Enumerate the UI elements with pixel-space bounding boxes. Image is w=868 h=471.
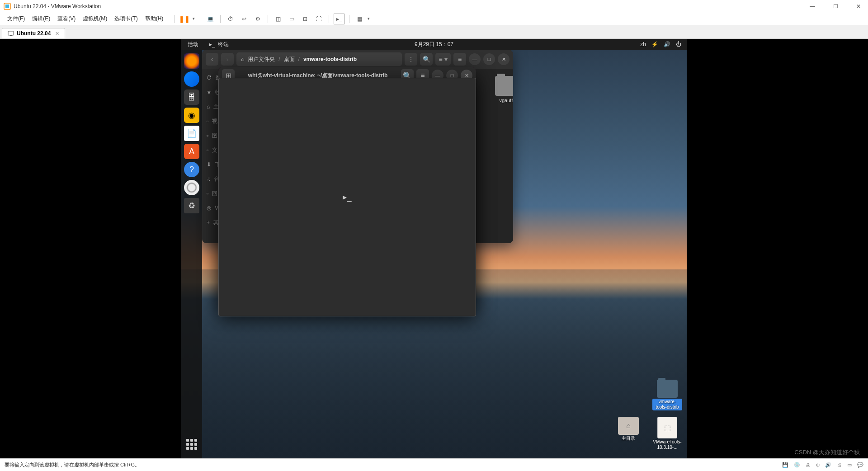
unity-button[interactable]: ⊡	[300, 14, 311, 24]
vm-tab[interactable]: Ubuntu 22.04 ✕	[2, 28, 65, 38]
menu-edit[interactable]: 编辑(E)	[28, 13, 54, 24]
status-usb-icon[interactable]: ψ	[816, 462, 820, 468]
desktop-folder-vmware-tools[interactable]: vmware-tools-distrib	[652, 380, 682, 410]
folder-icon	[495, 76, 513, 96]
nav-back-button[interactable]: ‹	[206, 53, 218, 66]
nautilus-maximize-button[interactable]: □	[483, 53, 495, 65]
gnome-clock[interactable]: 9月29日 15：07	[415, 41, 453, 48]
watermark-text: CSDN @天亦知道好个秋	[794, 448, 860, 457]
window-maximize-button[interactable]: ☐	[830, 1, 842, 11]
window-minimize-button[interactable]: —	[806, 1, 819, 11]
volume-icon[interactable]: 🔊	[664, 41, 670, 47]
status-hdd-icon[interactable]: 💾	[782, 462, 788, 468]
window-title: Ubuntu 22.04 - VMware Workstation	[14, 3, 101, 9]
dock-thunderbird-icon[interactable]	[184, 71, 199, 87]
home-folder-icon: ⌂	[618, 417, 639, 435]
power-dropdown[interactable]: ▼	[192, 17, 195, 21]
console-view-button[interactable]: ▸_	[334, 14, 344, 24]
svg-rect-2	[8, 31, 14, 35]
folder-icon	[657, 380, 678, 398]
status-cd-icon[interactable]: 💿	[794, 462, 800, 468]
menu-help[interactable]: 帮助(H)	[142, 13, 167, 24]
dock-rhythmbox-icon[interactable]: ◉	[184, 108, 199, 123]
snapshot-take-button[interactable]: ⏱	[225, 14, 236, 24]
search-button[interactable]: 🔍	[420, 53, 433, 66]
path-bar[interactable]: ⌂ 用户文件夹 / 桌面 / vmware-tools-distrib	[236, 52, 402, 66]
dock-firefox-icon[interactable]	[184, 53, 199, 69]
menu-file[interactable]: 文件(F)	[4, 13, 28, 24]
dock-terminal-icon[interactable]: ▸_	[218, 78, 476, 316]
vm-display-area[interactable]: 活动 ▸_ 终端 9月29日 15：07 zh ⚡ 🔊 ⏻ 🗄 ◉ 📄 A ? …	[0, 39, 868, 458]
dock-help-icon[interactable]: ?	[184, 162, 199, 177]
desktop-archive-vmwaretools[interactable]: ⬚ VMwareTools-10.3.10-...	[652, 417, 682, 450]
home-icon: ⌂	[241, 56, 244, 62]
dock-trash-icon[interactable]: ♻	[184, 198, 199, 213]
fit-guest-button[interactable]: ◫	[273, 14, 283, 24]
dock-show-apps-button[interactable]	[184, 437, 199, 452]
status-printer-icon[interactable]: 🖨	[837, 462, 842, 468]
desktop-home-folder[interactable]: ⌂ 主目录	[613, 417, 643, 450]
gnome-activities-button[interactable]: 活动	[181, 41, 205, 48]
stretch-dropdown[interactable]: ▼	[367, 17, 370, 21]
status-message: 要将输入定向到该虚拟机，请在虚拟机内部单击或按 Ctrl+G。	[5, 462, 140, 468]
stretch-button[interactable]: ▦	[354, 14, 365, 24]
svg-rect-3	[10, 35, 12, 36]
terminal-icon: ▸_	[209, 41, 215, 47]
folder-vgauth[interactable]: vgauth	[491, 76, 513, 103]
nav-forward-button[interactable]: ›	[221, 53, 234, 66]
hamburger-menu-button[interactable]: ≡	[453, 53, 466, 66]
dock-software-icon[interactable]: A	[184, 144, 199, 159]
vm-tab-label: Ubuntu 22.04	[17, 30, 51, 37]
status-message-icon[interactable]: 💬	[857, 462, 863, 468]
input-language-indicator[interactable]: zh	[640, 41, 646, 47]
fullscreen-button[interactable]: ⛶	[313, 14, 324, 24]
view-list-button[interactable]: ≡ ▾	[435, 53, 451, 66]
archive-icon: ⬚	[657, 417, 677, 438]
dock-files-icon[interactable]: 🗄	[184, 89, 199, 105]
snapshot-manage-button[interactable]: ⚙	[252, 14, 263, 24]
gnome-app-indicator[interactable]: ▸_ 终端	[205, 41, 233, 48]
dock-writer-icon[interactable]: 📄	[184, 126, 199, 141]
window-close-button[interactable]: ✕	[853, 1, 864, 11]
snapshot-revert-button[interactable]: ↩	[239, 14, 250, 24]
status-display-icon[interactable]: ▭	[847, 462, 852, 468]
pause-button[interactable]: ❚❚	[179, 14, 190, 24]
nautilus-close-button[interactable]: ✕	[498, 53, 509, 65]
power-icon[interactable]: ⏻	[676, 41, 681, 47]
vm-tab-icon	[8, 30, 14, 37]
vmware-logo-icon	[4, 3, 11, 10]
send-ctrl-alt-del-button[interactable]: 💻	[205, 14, 216, 24]
path-menu-button[interactable]: ⋮	[405, 53, 417, 66]
gnome-dock: 🗄 ◉ 📄 A ? ▸_ ♻	[181, 50, 202, 458]
menu-vm[interactable]: 虚拟机(M)	[79, 13, 111, 24]
tab-close-button[interactable]: ✕	[55, 31, 59, 37]
dock-disc-icon[interactable]	[184, 180, 199, 195]
nautilus-minimize-button[interactable]: —	[469, 53, 481, 65]
svg-rect-1	[5, 5, 9, 8]
menu-view[interactable]: 查看(V)	[54, 13, 79, 24]
network-icon[interactable]: ⚡	[651, 41, 658, 47]
menu-tabs[interactable]: 选项卡(T)	[111, 13, 141, 24]
fit-window-button[interactable]: ▭	[286, 14, 297, 24]
status-sound-icon[interactable]: 🔊	[825, 462, 831, 468]
status-network-icon[interactable]: 🖧	[806, 462, 811, 468]
